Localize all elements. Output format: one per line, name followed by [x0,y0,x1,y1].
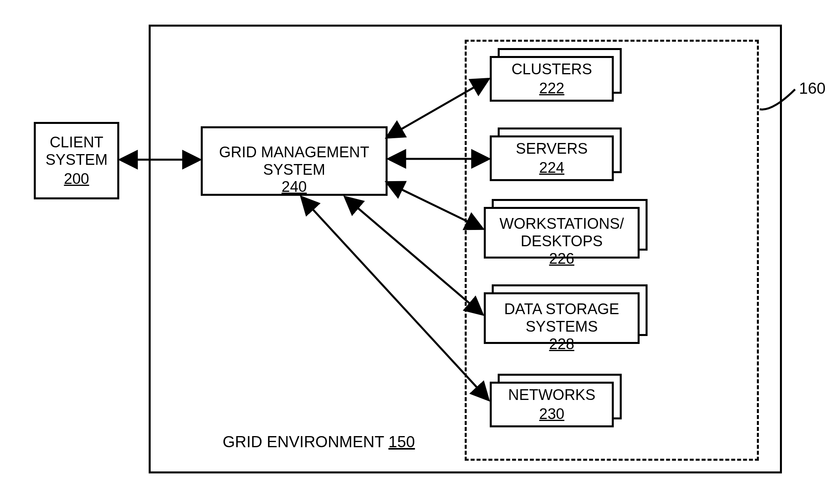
servers-ref: 224 [539,159,564,176]
storage-box: DATA STORAGE SYSTEMS 228 [484,292,640,344]
diagram-canvas: CLIENT SYSTEM 200 GRID MANAGEMENT SYSTEM… [0,0,834,504]
storage-label: DATA STORAGE SYSTEMS 228 [504,284,619,353]
networks-ref: 230 [539,406,564,423]
storage-ref: 228 [549,336,574,352]
client-system-box: CLIENT SYSTEM 200 [34,122,119,199]
group-ref-label: 160 [799,79,826,97]
grid-env-label: GRID ENVIRONMENT 150 [223,433,415,451]
workstations-box: WORKSTATIONS/ DESKTOPS 226 [484,207,640,259]
workstations-label: WORKSTATIONS/ DESKTOPS 226 [499,198,624,268]
storage-label-text: DATA STORAGE SYSTEMS [504,301,619,335]
gms-label-text: GRID MANAGEMENT SYSTEM [219,144,369,178]
clusters-ref: 222 [539,80,564,97]
gms-label: GRID MANAGEMENT SYSTEM 240 [219,126,369,196]
grid-env-ref: 150 [388,433,415,450]
clusters-label: CLUSTERS [512,61,592,78]
servers-box: SERVERS 224 [490,135,614,181]
gms-ref: 240 [281,178,306,195]
client-system-ref: 200 [64,170,89,187]
grid-env-label-text: GRID ENVIRONMENT [223,433,384,450]
grid-management-system-box: GRID MANAGEMENT SYSTEM 240 [201,126,388,196]
workstations-ref: 226 [549,250,574,267]
workstations-label-text: WORKSTATIONS/ DESKTOPS [499,215,624,249]
client-system-label: CLIENT SYSTEM [45,134,107,168]
servers-label: SERVERS [516,140,588,158]
networks-label: NETWORKS [508,386,595,404]
clusters-box: CLUSTERS 222 [490,56,614,102]
networks-box: NETWORKS 230 [490,382,614,427]
